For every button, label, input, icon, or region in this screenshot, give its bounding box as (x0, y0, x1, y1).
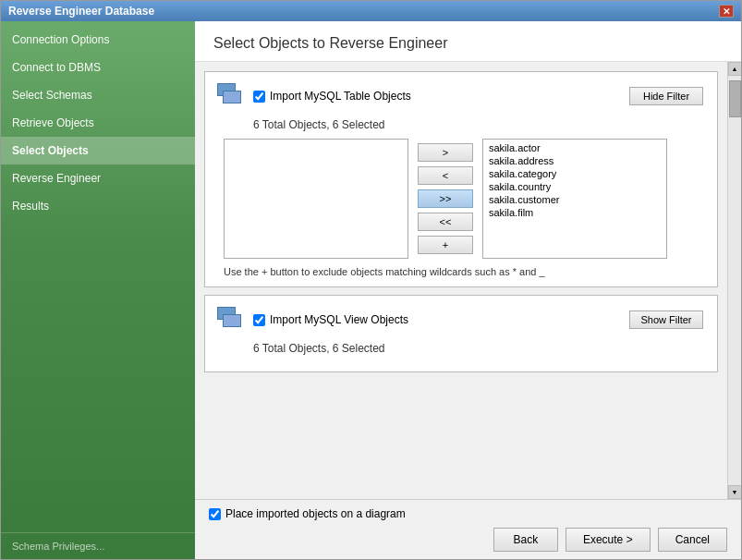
list-item[interactable]: sakila.address (485, 154, 664, 167)
place-on-diagram-label[interactable]: Place imported objects on a diagram (209, 507, 727, 520)
table-section-header: Import MySQL Table Objects Hide Filter (214, 81, 703, 111)
main-window: Reverse Engineer Database ✕ Connection O… (0, 0, 742, 560)
list-item[interactable]: sakila.country (485, 180, 664, 193)
scroll-content: Import MySQL Table Objects Hide Filter 6… (195, 62, 727, 499)
sidebar-item-reverse-engineer[interactable]: Reverse Engineer (1, 164, 195, 192)
sidebar-item-select-schemas[interactable]: Select Schemas (1, 81, 195, 109)
title-bar: Reverse Engineer Database ✕ (1, 1, 741, 21)
back-button[interactable]: Back (493, 528, 558, 552)
add-wildcard-button[interactable]: + (418, 236, 473, 254)
main-content: Connection Options Connect to DBMS Selec… (1, 21, 741, 559)
db-view-icon (215, 307, 243, 333)
content-area: Select Objects to Reverse Engineer (195, 21, 741, 559)
view-checkbox-label[interactable]: Import MySQL View Objects (253, 313, 408, 326)
view-section: Import MySQL View Objects Show Filter 6 … (204, 295, 718, 372)
cancel-button[interactable]: Cancel (658, 528, 727, 552)
db-table-icon (215, 83, 243, 109)
icon-view-layer2 (223, 314, 241, 327)
scroll-area: Import MySQL Table Objects Hide Filter 6… (195, 62, 741, 499)
available-list[interactable] (224, 139, 408, 259)
list-item[interactable]: sakila.category (485, 167, 664, 180)
list-item[interactable]: sakila.customer (485, 193, 664, 206)
sidebar-item-results[interactable]: Results (1, 192, 195, 220)
scroll-up-arrow[interactable]: ▲ (728, 62, 742, 76)
content-footer: Place imported objects on a diagram Back… (195, 499, 741, 559)
page-title: Select Objects to Reverse Engineer (213, 35, 723, 52)
content-header: Select Objects to Reverse Engineer (195, 21, 741, 62)
view-icon (214, 305, 244, 335)
sidebar-item-connection-options[interactable]: Connection Options (1, 26, 195, 54)
view-total-objects: 6 Total Objects, 6 Selected (253, 342, 703, 355)
sidebar-item-connect-dbms[interactable]: Connect to DBMS (1, 54, 195, 81)
list-item[interactable]: sakila.actor (485, 141, 664, 154)
table-title-row: Import MySQL Table Objects Hide Filter (253, 87, 703, 105)
table-import-checkbox[interactable] (253, 91, 265, 103)
hide-filter-button[interactable]: Hide Filter (629, 87, 703, 105)
footer-buttons: Back Execute > Cancel (209, 528, 727, 552)
sidebar-bottom[interactable]: Schema Privileges... (1, 532, 195, 559)
transfer-buttons: > < >> << + (413, 139, 478, 259)
close-button[interactable]: ✕ (719, 5, 734, 18)
sidebar-item-retrieve-objects[interactable]: Retrieve Objects (1, 109, 195, 137)
view-import-checkbox[interactable] (253, 314, 265, 326)
view-title-row: Import MySQL View Objects Show Filter (253, 310, 703, 329)
vertical-scrollbar[interactable]: ▲ ▼ (727, 62, 741, 499)
sidebar: Connection Options Connect to DBMS Selec… (1, 21, 195, 559)
move-right-button[interactable]: > (418, 143, 473, 162)
table-checkbox-label[interactable]: Import MySQL Table Objects (253, 90, 411, 103)
view-section-header: Import MySQL View Objects Show Filter (214, 305, 703, 335)
selected-list[interactable]: sakila.actor sakila.address sakila.categ… (482, 139, 667, 259)
move-all-left-button[interactable]: << (418, 213, 473, 231)
move-all-right-button[interactable]: >> (418, 189, 473, 208)
show-filter-button[interactable]: Show Filter (629, 310, 703, 329)
window-title: Reverse Engineer Database (8, 5, 154, 18)
move-left-button[interactable]: < (418, 166, 473, 185)
scroll-down-arrow[interactable]: ▼ (728, 485, 742, 499)
wildcard-hint: Use the + button to exclude objects matc… (224, 266, 703, 277)
transfer-area: > < >> << + sakila.actor sakila.address … (224, 139, 703, 259)
execute-button[interactable]: Execute > (566, 528, 651, 552)
place-on-diagram-checkbox[interactable] (209, 508, 221, 520)
icon-table-layer2 (223, 91, 241, 103)
list-item[interactable]: sakila.film (485, 206, 664, 219)
spacer (204, 380, 718, 394)
sidebar-item-select-objects[interactable]: Select Objects (1, 137, 195, 164)
table-total-objects: 6 Total Objects, 6 Selected (253, 118, 703, 131)
table-section: Import MySQL Table Objects Hide Filter 6… (204, 71, 718, 287)
scroll-thumb[interactable] (729, 80, 741, 117)
table-icon (214, 81, 244, 111)
